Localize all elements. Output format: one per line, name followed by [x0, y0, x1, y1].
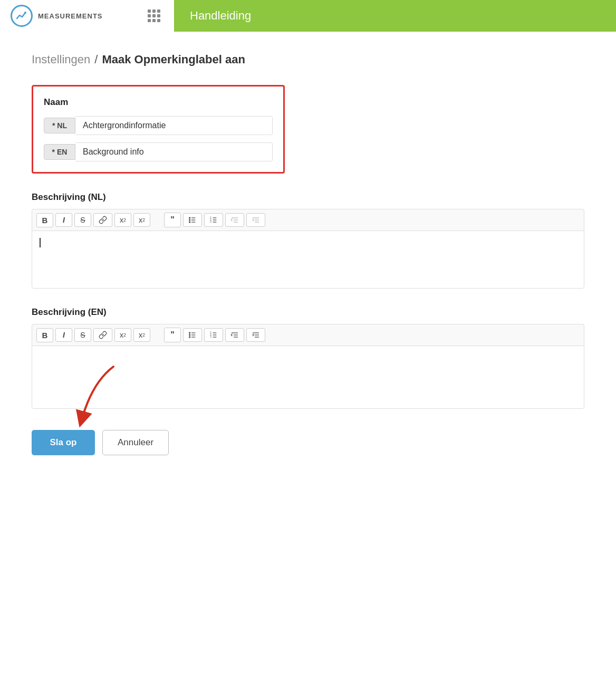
logo-text: MEASUREMENTS — [38, 12, 103, 20]
svg-point-24 — [189, 337, 190, 338]
breadcrumb: Instellingen / Maak Opmerkinglabel aan — [32, 53, 584, 66]
subscript-button-nl[interactable]: x2 — [133, 213, 150, 227]
blockquote-button-nl[interactable]: " — [164, 213, 181, 227]
header: MEASUREMENTS Handleiding — [0, 0, 616, 32]
breadcrumb-current: Maak Opmerkinglabel aan — [102, 53, 245, 66]
svg-point-5 — [189, 219, 190, 221]
beschrijving-nl-label: Beschrijving (NL) — [32, 192, 584, 203]
en-badge: * EN — [44, 144, 75, 160]
breadcrumb-settings[interactable]: Instellingen — [32, 53, 90, 66]
beschrijving-nl-toolbar: B I S x2 x2 " 1 — [32, 209, 584, 231]
indent-right-button-nl[interactable] — [246, 213, 265, 227]
svg-point-22 — [189, 332, 190, 333]
cancel-button[interactable]: Annuleer — [102, 430, 169, 455]
indent-right-button-en[interactable] — [246, 328, 265, 342]
beschrijving-en-label: Beschrijving (EN) — [32, 307, 584, 318]
save-button[interactable]: Sla op — [32, 430, 95, 455]
strikethrough-button-en[interactable]: S — [74, 328, 91, 342]
ul-button-nl[interactable] — [183, 213, 202, 227]
header-logo-area: MEASUREMENTS — [0, 0, 174, 32]
superscript-button-en[interactable]: x2 — [114, 328, 131, 342]
italic-button-nl[interactable]: I — [55, 213, 72, 227]
svg-point-4 — [189, 217, 190, 218]
svg-point-6 — [189, 222, 190, 223]
ol-button-nl[interactable]: 1 2 3 — [204, 213, 223, 227]
strikethrough-button-nl[interactable]: S — [74, 213, 91, 227]
bold-button-en[interactable]: B — [36, 328, 53, 342]
header-title: Handleiding — [190, 9, 251, 23]
svg-text:3: 3 — [210, 221, 211, 223]
superscript-button-nl[interactable]: x2 — [114, 213, 131, 227]
blockquote-button-en[interactable]: " — [164, 328, 181, 342]
grid-icon[interactable] — [145, 9, 163, 22]
naam-label: Naam — [44, 97, 273, 108]
svg-text:3: 3 — [210, 336, 211, 338]
en-input[interactable] — [75, 142, 273, 161]
svg-point-23 — [189, 334, 190, 336]
link-button-nl[interactable] — [93, 213, 112, 227]
link-button-en[interactable] — [93, 328, 112, 342]
indent-left-button-en[interactable] — [225, 328, 244, 342]
beschrijving-en-editor[interactable] — [32, 346, 584, 409]
en-row: * EN — [44, 142, 273, 161]
beschrijving-en-toolbar: B I S x2 x2 " 1 — [32, 324, 584, 346]
beschrijving-nl-editor[interactable] — [32, 231, 584, 289]
beschrijving-nl-section: Beschrijving (NL) B I S x2 x2 " — [32, 192, 584, 289]
indent-left-button-nl[interactable] — [225, 213, 244, 227]
svg-point-0 — [24, 12, 26, 14]
main-content: Instellingen / Maak Opmerkinglabel aan N… — [0, 32, 616, 690]
breadcrumb-separator: / — [94, 53, 98, 66]
header-title-bar: Handleiding — [174, 0, 616, 32]
nl-input[interactable] — [75, 116, 273, 135]
subscript-button-en[interactable]: x2 — [133, 328, 150, 342]
naam-section: Naam * NL * EN — [32, 85, 285, 174]
logo-icon — [11, 5, 33, 27]
buttons-row: Sla op Annuleer — [32, 430, 584, 455]
bold-button-nl[interactable]: B — [36, 213, 53, 227]
beschrijving-en-section: Beschrijving (EN) B I S x2 x2 " — [32, 307, 584, 409]
ul-button-en[interactable] — [183, 328, 202, 342]
nl-badge: * NL — [44, 118, 75, 133]
cursor-nl — [40, 238, 41, 247]
ol-button-en[interactable]: 1 2 3 — [204, 328, 223, 342]
nl-row: * NL — [44, 116, 273, 135]
italic-button-en[interactable]: I — [55, 328, 72, 342]
